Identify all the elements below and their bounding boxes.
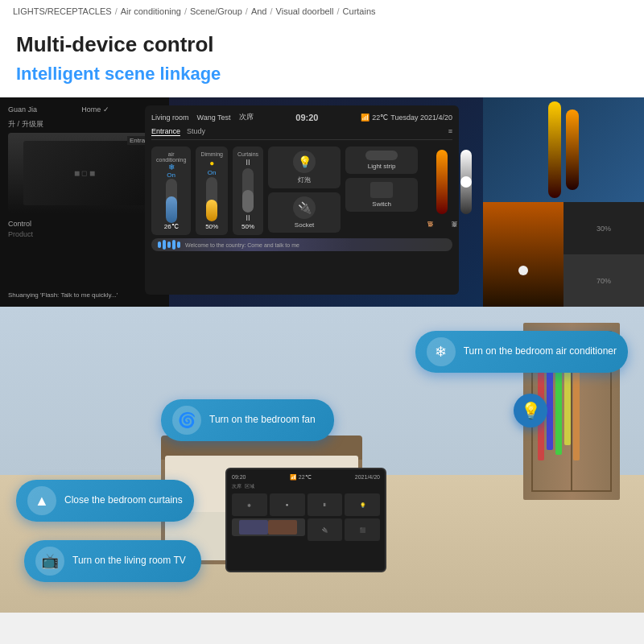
- dimming-slider[interactable]: [206, 177, 217, 221]
- center-smart-panel[interactable]: Living room Wang Test 次席 09:20 📶 22℃ Tue…: [145, 105, 459, 295]
- breadcrumb-sep-5: /: [337, 6, 340, 16]
- dimming-label: Dimming: [200, 151, 223, 157]
- sp-card-ac[interactable]: [232, 518, 305, 536]
- color-temp-label: 色温: [426, 150, 434, 232]
- panel-top-bar: Living room Wang Test 次席 09:20 📶 22℃ Tue…: [151, 112, 452, 122]
- tab-entrance[interactable]: Entrance: [151, 127, 180, 136]
- left-label-home: Home ✓: [81, 105, 109, 116]
- sp-ac-bar: [239, 520, 268, 535]
- curtain-slider-fill: [242, 190, 254, 213]
- sp-card-2[interactable]: ●: [270, 493, 305, 516]
- curtain-control-card[interactable]: Curtains ⏸ ⏸ 50%: [233, 147, 263, 235]
- bp-tab2[interactable]: 区域: [245, 483, 254, 490]
- color-bar-2[interactable]: [566, 109, 579, 190]
- sp-card-4[interactable]: 💡: [345, 493, 380, 516]
- left-label-sub: 升 / 升级展: [8, 119, 43, 130]
- sp-card-socket[interactable]: 🔌: [308, 518, 343, 541]
- voice-text: Welcome to the country: Come and talk to…: [185, 242, 299, 248]
- snowflake-icon: ❄: [168, 163, 175, 171]
- bedroom-panel-wifi: 📶 22℃: [290, 474, 312, 481]
- percent-high: 70%: [564, 254, 644, 307]
- header-section: Multi-device control Intelligent scene l…: [0, 23, 644, 97]
- bottom-scene: 09:20 📶 22℃ 2021/4/20 次席 区域 ❄ ● ⏸ 💡 🔌 ⬛ …: [0, 307, 644, 613]
- switch-label: Switch: [372, 200, 391, 208]
- bedroom-smart-panel[interactable]: 09:20 📶 22℃ 2021/4/20 次席 区域 ❄ ● ⏸ 💡 🔌 ⬛: [225, 468, 386, 572]
- temp-display: 22℃: [372, 114, 388, 122]
- command-bubble-ac[interactable]: ❄ Turn on the bedroom air conditioner: [415, 331, 628, 373]
- control-dot[interactable]: [518, 266, 528, 275]
- socket-card[interactable]: 🔌 Socket: [268, 192, 341, 233]
- right-panel: 30% 70%: [483, 97, 644, 307]
- voice-dot-2: [163, 240, 166, 250]
- breadcrumb-sep-4: /: [270, 6, 272, 16]
- sp-card-3[interactable]: ⏸: [308, 493, 343, 516]
- left-panel-image: Entrance ◼ ◻ ◼: [8, 133, 161, 213]
- accent-panel-1: [483, 202, 564, 307]
- lightstrip-visual: [365, 151, 398, 160]
- color-temp-slider-1[interactable]: [436, 150, 448, 214]
- device-cards-2: Light strip Switch: [345, 147, 418, 235]
- ac-value: 26℃: [164, 223, 179, 230]
- ac-bubble-icon: ❄: [427, 337, 456, 366]
- voice-bar: Welcome to the country: Come and talk to…: [151, 238, 452, 251]
- breadcrumb-item-doorbell[interactable]: Visual doorbell: [276, 6, 334, 16]
- right-panel-top: [483, 97, 644, 202]
- bottom-scroll-text: Shuanying 'Flash: Talk to me quickly...': [8, 291, 161, 299]
- color-bar-1[interactable]: [548, 101, 561, 198]
- ac-control-card[interactable]: air conditioning ❄ On 26℃: [151, 147, 191, 235]
- panel-room: Living room: [151, 114, 189, 122]
- socket-label: Socket: [295, 221, 314, 229]
- bulb-device-icon: 💡: [293, 151, 316, 173]
- brightness-label: 亮度: [450, 150, 458, 232]
- command-bubble-fan[interactable]: 🌀 Turn on the bedroom fan: [161, 399, 334, 441]
- command-bubble-tv[interactable]: 📺 Turn on the living room TV: [24, 540, 201, 582]
- curtains-bubble-text: Close the bedroom curtains: [64, 494, 183, 507]
- breadcrumb-sep-1: /: [115, 6, 118, 16]
- curtain-label: Curtains: [237, 151, 258, 157]
- voice-dot-3: [167, 242, 171, 248]
- left-panel-row2: 升 / 升级展: [8, 119, 161, 130]
- product-label: Product: [8, 230, 161, 238]
- dimming-value: 50%: [205, 223, 218, 230]
- panel-nav-tabs[interactable]: Entrance Study ≡: [151, 127, 452, 140]
- slider-area: 30% 70%: [564, 202, 644, 307]
- lightstrip-card[interactable]: Light strip: [345, 147, 418, 174]
- preview-area: Guan Jia Home ✓ 美 升 / 升级展 Entrance ◼ ◻ ◼…: [0, 97, 644, 307]
- light-bulb-card[interactable]: 💡 灯泡: [268, 147, 341, 188]
- voice-dot-5: [177, 242, 180, 248]
- breadcrumb-item-ac[interactable]: Air conditioning: [121, 6, 181, 16]
- breadcrumb-item-scene[interactable]: Scene/Group: [190, 6, 242, 16]
- command-bubble-curtains[interactable]: ▲ Close the bedroom curtains: [16, 480, 194, 522]
- lightstrip-label: Light strip: [368, 163, 396, 170]
- voice-dot-4: [172, 240, 175, 250]
- breadcrumb-item-and[interactable]: And: [251, 6, 267, 16]
- socket-device-icon: 🔌: [293, 196, 316, 219]
- bulb-icon: ●: [209, 159, 214, 167]
- brightness-slider[interactable]: [460, 150, 472, 214]
- sp-card-switch[interactable]: ⬛: [345, 518, 380, 541]
- left-panel: Guan Jia Home ✓ 美 升 / 升级展 Entrance ◼ ◻ ◼…: [0, 97, 169, 307]
- bedroom-panel-nav: 次席 区域: [232, 483, 380, 490]
- ac-label: air conditioning: [156, 151, 186, 163]
- curtain-pause-2: ⏸: [244, 213, 252, 222]
- tab-study[interactable]: Study: [187, 127, 205, 136]
- breadcrumb-sep-2: /: [184, 6, 187, 16]
- bp-tab1[interactable]: 次席: [232, 483, 242, 490]
- breadcrumb-item-lights[interactable]: LIGHTS/RECEPTACLES: [13, 6, 112, 16]
- ac-slider[interactable]: [166, 179, 177, 223]
- panel-menu-icon[interactable]: ≡: [448, 127, 452, 136]
- switch-card[interactable]: Switch: [345, 178, 418, 212]
- wifi-icon: 📶: [361, 114, 369, 122]
- tv-bubble-text: Turn on the living room TV: [72, 555, 186, 568]
- sp-card-1[interactable]: ❄: [232, 493, 267, 516]
- breadcrumb-item-curtains[interactable]: Curtains: [343, 6, 376, 16]
- percent-low: 30%: [564, 202, 644, 254]
- bulb-floating-icon[interactable]: 💡: [514, 394, 547, 427]
- curtain-slider[interactable]: [242, 168, 254, 213]
- fan-bubble-text: Turn on the bedroom fan: [209, 414, 316, 427]
- brightness-handle: [460, 176, 472, 188]
- dimming-control-card[interactable]: Dimming ● On 50%: [196, 147, 228, 235]
- voice-dot-1: [158, 242, 161, 248]
- sub-title: Intelligent scene linkage: [16, 64, 628, 85]
- left-panel-row1: Guan Jia Home ✓ 美: [8, 105, 161, 116]
